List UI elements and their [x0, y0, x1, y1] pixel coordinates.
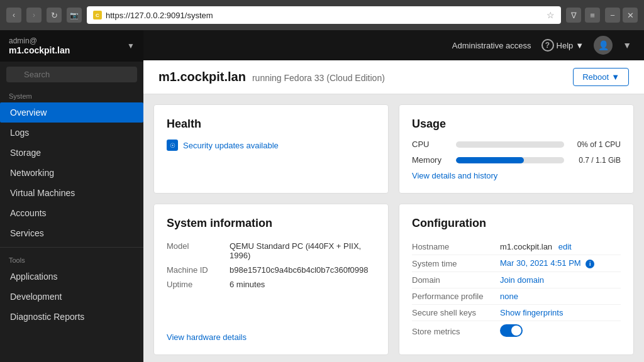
sidebar-item-accounts[interactable]: Accounts	[0, 203, 143, 223]
domain-cell: Join domain	[500, 272, 621, 288]
configuration-card: Configuration Hostname m1.cockpit.lan ed…	[399, 204, 634, 355]
page-subtitle: running Fedora 33 (Cloud Edition)	[252, 73, 385, 83]
view-details-link[interactable]: View details and history	[412, 171, 621, 180]
systemtime-info-icon[interactable]: i	[586, 260, 594, 268]
perf-label: Performance profile	[412, 288, 500, 305]
metrics-toggle[interactable]	[500, 324, 523, 337]
sidebar-hostname: m1.cockpit.lan	[9, 45, 70, 55]
systemtime-label: System time	[412, 255, 500, 272]
systemtime-cell: Mar 30, 2021 4:51 PM i	[500, 255, 621, 272]
show-fingerprints-link[interactable]: Show fingerprints	[500, 308, 563, 317]
page-hostname: m1.cockpit.lan	[158, 70, 246, 84]
ssh-keys-row: Secure shell keys Show fingerprints	[412, 305, 621, 321]
cpu-label: CPU	[412, 140, 450, 149]
join-domain-link[interactable]: Join domain	[500, 275, 544, 285]
main-content: Administrative access ? Help ▼ 👤 ▼ m1.co…	[143, 30, 644, 362]
sidebar: admin@ m1.cockpit.lan ▼ 🔍 System Overvie…	[0, 30, 143, 362]
back-button[interactable]: ‹	[6, 8, 21, 23]
usage-card: Usage CPU 0% of 1 CPU Memory 0.7 / 1.1 G…	[399, 104, 634, 194]
sidebar-item-overview[interactable]: Overview	[0, 102, 143, 123]
save-page-button[interactable]: ∇	[566, 8, 581, 23]
bookmark-icon[interactable]: ☆	[547, 10, 555, 20]
config-table: Hostname m1.cockpit.lan edit System time…	[412, 239, 621, 342]
metrics-cell	[500, 321, 621, 343]
forward-button[interactable]: ›	[26, 8, 42, 23]
ssh-label: Secure shell keys	[412, 305, 500, 321]
view-hardware-link[interactable]: View hardware details	[167, 332, 375, 342]
topbar: Administrative access ? Help ▼ 👤 ▼	[143, 30, 644, 60]
configuration-title: Configuration	[412, 217, 621, 230]
sidebar-item-services[interactable]: Services	[0, 223, 143, 243]
perf-value[interactable]: none	[500, 292, 518, 301]
browser-right-controls: ∇ ≡	[566, 8, 600, 23]
model-label: Model	[167, 239, 230, 263]
sidebar-item-development[interactable]: Development	[0, 287, 143, 307]
sidebar-item-networking[interactable]: Networking	[0, 163, 143, 183]
hostname-edit-link[interactable]: edit	[558, 242, 572, 251]
uptime-row: Uptime 6 minutes	[167, 277, 375, 292]
hostname-cell: m1.cockpit.lan edit	[500, 239, 621, 255]
system-time-row: System time Mar 30, 2021 4:51 PM i	[412, 255, 621, 272]
cards-area: Health ☉ Security updates available Usag…	[143, 94, 644, 362]
help-chevron-icon: ▼	[575, 41, 584, 50]
sidebar-header: admin@ m1.cockpit.lan ▼	[0, 30, 143, 62]
shield-icon: ☉	[167, 140, 178, 151]
sidebar-divider	[0, 247, 143, 248]
model-row: Model QEMU Standard PC (i440FX + PIIX, 1…	[167, 239, 375, 263]
security-updates-alert[interactable]: ☉ Security updates available	[167, 140, 375, 151]
cpu-value: 0% of 1 CPU	[570, 140, 621, 149]
system-info-table: Model QEMU Standard PC (i440FX + PIIX, 1…	[167, 239, 375, 292]
metrics-label: Store metrics	[412, 321, 500, 343]
machine-id-label: Machine ID	[167, 263, 230, 277]
store-metrics-row: Store metrics	[412, 321, 621, 343]
app-container: admin@ m1.cockpit.lan ▼ 🔍 System Overvie…	[0, 30, 644, 362]
cpu-bar	[456, 141, 564, 148]
url-bar[interactable]: C https://127.0.0.2:9091/system ☆	[87, 6, 561, 24]
memory-bar	[456, 157, 564, 163]
search-wrapper: 🔍	[6, 67, 137, 82]
help-circle-icon: ?	[541, 39, 554, 52]
uptime-label: Uptime	[167, 277, 230, 292]
health-alert-text: Security updates available	[183, 141, 279, 150]
window-controls: − ✕	[605, 8, 638, 23]
system-info-card: System information Model QEMU Standard P…	[153, 204, 389, 355]
sidebar-section-tools: Tools	[0, 251, 143, 266]
minimize-button[interactable]: −	[605, 8, 620, 23]
sidebar-item-applications[interactable]: Applications	[0, 266, 143, 287]
help-button[interactable]: ? Help ▼	[541, 39, 584, 52]
page-header: m1.cockpit.lan running Fedora 33 (Cloud …	[143, 60, 644, 94]
user-avatar[interactable]: 👤	[594, 36, 613, 55]
machine-id-value: b98e15710c9a4bc6b4cl0b7c360f0998	[230, 263, 375, 277]
url-text: https://127.0.0.2:9091/system	[106, 11, 543, 20]
help-label: Help	[557, 41, 574, 50]
sidebar-dropdown-button[interactable]: ▼	[127, 41, 135, 50]
domain-label: Domain	[412, 272, 500, 288]
search-input[interactable]	[6, 67, 137, 82]
menu-button[interactable]: ≡	[585, 8, 600, 23]
sidebar-item-virtual-machines[interactable]: Virtual Machines	[0, 183, 143, 203]
reload-button[interactable]: ↻	[47, 8, 62, 23]
sidebar-section-system: System	[0, 87, 143, 102]
perf-cell: none	[500, 288, 621, 305]
sidebar-item-storage[interactable]: Storage	[0, 143, 143, 163]
browser-chrome: ‹ › ↻ 📷 C https://127.0.0.2:9091/system …	[0, 0, 644, 30]
health-card: Health ☉ Security updates available	[153, 104, 389, 194]
memory-label: Memory	[412, 155, 450, 165]
machine-id-row: Machine ID b98e15710c9a4bc6b4cl0b7c360f0…	[167, 263, 375, 277]
model-value: QEMU Standard PC (i440FX + PIIX, 1996)	[230, 239, 375, 263]
screenshot-button: 📷	[67, 8, 82, 23]
system-info-title: System information	[167, 217, 375, 230]
favicon: C	[93, 11, 102, 19]
ssh-cell: Show fingerprints	[500, 305, 621, 321]
sidebar-item-logs[interactable]: Logs	[0, 123, 143, 143]
avatar-dropdown-icon[interactable]: ▼	[623, 40, 631, 50]
sidebar-username: admin@	[9, 36, 70, 45]
close-button[interactable]: ✕	[623, 8, 638, 23]
reboot-button[interactable]: Reboot ▼	[573, 68, 629, 86]
usage-card-title: Usage	[412, 118, 621, 131]
systemtime-value[interactable]: Mar 30, 2021 4:51 PM	[500, 258, 581, 268]
hostname-row: Hostname m1.cockpit.lan edit	[412, 239, 621, 255]
memory-usage-row: Memory 0.7 / 1.1 GiB	[412, 155, 621, 165]
admin-access-label: Administrative access	[452, 41, 531, 50]
sidebar-item-diagnostic-reports[interactable]: Diagnostic Reports	[0, 307, 143, 327]
